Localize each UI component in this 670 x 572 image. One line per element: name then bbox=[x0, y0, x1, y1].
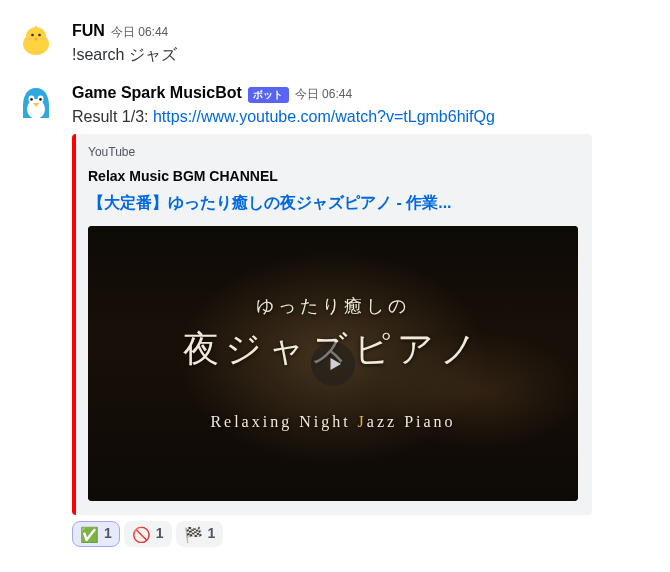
embed-author[interactable]: Relax Music BGM CHANNEL bbox=[88, 167, 578, 186]
avatar[interactable] bbox=[16, 82, 56, 122]
checkered-flag-icon: 🏁 bbox=[184, 527, 203, 542]
message-header: Game Spark MusicBot ボット 今日 06:44 bbox=[72, 82, 654, 104]
svg-point-12 bbox=[39, 98, 42, 101]
result-prefix: Result 1/3: bbox=[72, 108, 153, 125]
avatar[interactable] bbox=[16, 20, 56, 60]
message-header: FUN 今日 06:44 bbox=[72, 20, 654, 42]
reaction-flag[interactable]: 🏁 1 bbox=[176, 521, 224, 546]
timestamp: 今日 06:44 bbox=[111, 24, 168, 41]
reaction-count: 1 bbox=[104, 524, 112, 543]
message-content: !search ジャズ bbox=[72, 44, 654, 66]
reaction-count: 1 bbox=[156, 524, 164, 543]
bot-tag: ボット bbox=[248, 87, 289, 103]
embed-provider: YouTube bbox=[88, 144, 578, 161]
username[interactable]: FUN bbox=[72, 20, 105, 42]
embed: YouTube Relax Music BGM CHANNEL 【大定番】ゆった… bbox=[72, 134, 592, 515]
svg-point-6 bbox=[41, 38, 44, 40]
svg-point-3 bbox=[31, 34, 34, 37]
username[interactable]: Game Spark MusicBot bbox=[72, 82, 242, 104]
play-icon[interactable] bbox=[311, 342, 355, 386]
message-user: FUN 今日 06:44 !search ジャズ bbox=[16, 12, 654, 70]
no-entry-icon: 🚫 bbox=[132, 527, 151, 542]
embed-title[interactable]: 【大定番】ゆったり癒しの夜ジャズピアノ - 作業... bbox=[88, 192, 578, 214]
message-content: Result 1/3: https://www.youtube.com/watc… bbox=[72, 106, 654, 128]
svg-point-5 bbox=[28, 38, 31, 40]
check-icon: ✅ bbox=[80, 527, 99, 542]
reactions: ✅ 1 🚫 1 🏁 1 bbox=[72, 521, 654, 546]
svg-point-11 bbox=[30, 98, 33, 101]
embed-thumbnail[interactable]: ゆったり癒しの 夜ジャズピアノ Relaxing Night Jazz Pian… bbox=[88, 226, 578, 502]
message-bot: Game Spark MusicBot ボット 今日 06:44 Result … bbox=[16, 74, 654, 551]
reaction-check[interactable]: ✅ 1 bbox=[72, 521, 120, 546]
reaction-count: 1 bbox=[208, 524, 216, 543]
svg-point-8 bbox=[27, 99, 45, 119]
result-link[interactable]: https://www.youtube.com/watch?v=tLgmb6hi… bbox=[153, 108, 495, 125]
svg-point-4 bbox=[38, 34, 41, 37]
reaction-no[interactable]: 🚫 1 bbox=[124, 521, 172, 546]
timestamp: 今日 06:44 bbox=[295, 86, 352, 103]
